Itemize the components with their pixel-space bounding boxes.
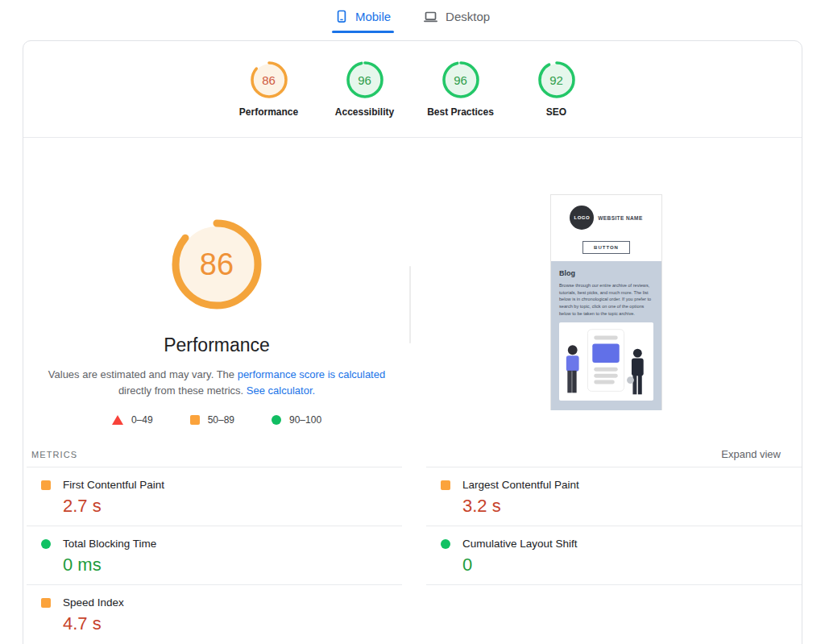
legend-pass-range: 90–100 [272, 414, 321, 426]
metric-value: 4.7 s [63, 613, 402, 634]
best-practices-gauge-label: Best Practices [427, 106, 494, 118]
performance-gauge: 86 [250, 60, 288, 99]
screenshot-column: LOGO WEBSITE NAME BUTTON Blog Browse thr… [411, 138, 802, 437]
metrics-header: METRICS Expand view [27, 437, 802, 467]
pagespeed-report: Mobile Desktop 86 Per [0, 0, 825, 644]
see-calculator-link[interactable]: See calculator. [247, 384, 315, 397]
thumb-blog-panel: Blog Browse through our entire archive o… [551, 261, 661, 410]
metrics-grid: First Contentful Paint 2.7 s Total Block… [27, 467, 802, 644]
orange-square-icon [190, 415, 200, 425]
metric-label: Total Blocking Time [63, 538, 156, 550]
red-triangle-icon [112, 415, 123, 425]
tab-mobile-label: Mobile [355, 10, 391, 23]
metric-value: 2.7 s [63, 496, 402, 517]
legend-average-range: 50–89 [190, 414, 234, 426]
seo-gauge-label: SEO [546, 106, 566, 118]
category-score-performance[interactable]: 86 Performance [221, 60, 317, 118]
legend-fail-label: 0–49 [131, 414, 153, 426]
desktop-laptop-icon [423, 10, 438, 23]
accessibility-score: 96 [346, 60, 384, 99]
metric-value: 3.2 s [462, 496, 802, 517]
metric-label: Cumulative Layout Shift [462, 538, 578, 550]
category-score-accessibility[interactable]: 96 Accessibility [317, 60, 412, 118]
active-tab-underline [332, 31, 394, 33]
tab-desktop[interactable]: Desktop [421, 6, 491, 33]
main-performance-gauge: 86 [168, 216, 265, 313]
metric-status-icon [41, 539, 51, 549]
thumb-blog-paragraph: Browse through our entire archive of rev… [559, 282, 653, 317]
metric-largest-contentful-paint: Largest Contentful Paint 3.2 s [426, 467, 802, 526]
mobile-phone-icon [335, 10, 348, 23]
metric-cumulative-layout-shift: Cumulative Layout Shift 0 [426, 526, 802, 585]
thumb-illustration [559, 322, 653, 401]
metric-status-icon [41, 598, 51, 608]
performance-score-link[interactable]: performance score is calculated [238, 368, 386, 380]
performance-heading: Performance [164, 334, 270, 356]
metric-speed-index: Speed Index 4.7 s [27, 585, 402, 644]
metric-label: First Contentful Paint [63, 479, 164, 491]
metric-status-icon [441, 539, 450, 549]
best-practices-score: 96 [442, 60, 480, 99]
device-tabbar: Mobile Desktop [0, 0, 825, 39]
green-circle-icon [272, 415, 281, 425]
score-disclaimer: Values are estimated and may vary. The p… [41, 367, 392, 399]
disclaimer-text-1: Values are estimated and may vary. The [48, 368, 238, 380]
page-screenshot-thumbnail[interactable]: LOGO WEBSITE NAME BUTTON Blog Browse thr… [550, 194, 662, 410]
performance-score: 86 [250, 60, 288, 99]
thumb-site-name: WEBSITE NAME [598, 215, 642, 221]
metric-value: 0 ms [63, 555, 402, 575]
category-score-best-practices[interactable]: 96 Best Practices [412, 60, 508, 118]
category-score-seo[interactable]: 92 SEO [508, 60, 604, 118]
accessibility-gauge-label: Accessibility [335, 106, 394, 118]
score-legend: 0–49 50–89 90–100 [112, 414, 321, 426]
expand-view-button[interactable]: Expand view [721, 448, 781, 460]
report-card: 86 Performance 96 Accessibility [23, 40, 802, 644]
metric-label: Speed Index [63, 596, 124, 609]
metrics-title: METRICS [31, 450, 77, 459]
main-performance-score: 86 [168, 216, 265, 313]
metric-total-blocking-time: Total Blocking Time 0 ms [27, 526, 402, 585]
disclaimer-text-2: directly from these metrics. [118, 384, 247, 397]
seo-gauge: 92 [537, 60, 576, 99]
thumb-blog-title: Blog [559, 269, 653, 277]
metric-value: 0 [462, 555, 802, 575]
performance-summary-column: 86 Performance Values are estimated and … [23, 138, 410, 437]
metric-status-icon [41, 480, 51, 490]
legend-pass-label: 90–100 [289, 414, 321, 426]
accessibility-gauge: 96 [346, 60, 384, 99]
metric-status-icon [441, 480, 450, 490]
tab-desktop-label: Desktop [446, 10, 490, 23]
metrics-right-column: Largest Contentful Paint 3.2 s Cumulativ… [426, 467, 802, 644]
legend-average-label: 50–89 [208, 414, 234, 426]
category-scores-row: 86 Performance 96 Accessibility [23, 41, 802, 137]
tab-mobile[interactable]: Mobile [334, 6, 392, 33]
seo-score: 92 [537, 60, 576, 99]
metric-first-contentful-paint: First Contentful Paint 2.7 s [27, 467, 402, 526]
thumb-button: BUTTON [582, 241, 630, 254]
metric-label: Largest Contentful Paint [462, 479, 579, 491]
thumb-logo: LOGO [570, 206, 594, 230]
performance-summary-area: 86 Performance Values are estimated and … [23, 138, 802, 437]
metrics-section: METRICS Expand view First Contentful Pai… [23, 437, 802, 644]
performance-gauge-label: Performance [239, 106, 298, 118]
metrics-left-column: First Contentful Paint 2.7 s Total Block… [27, 467, 402, 644]
best-practices-gauge: 96 [442, 60, 480, 99]
thumb-header: LOGO WEBSITE NAME [570, 206, 642, 230]
legend-fail-range: 0–49 [112, 414, 153, 426]
